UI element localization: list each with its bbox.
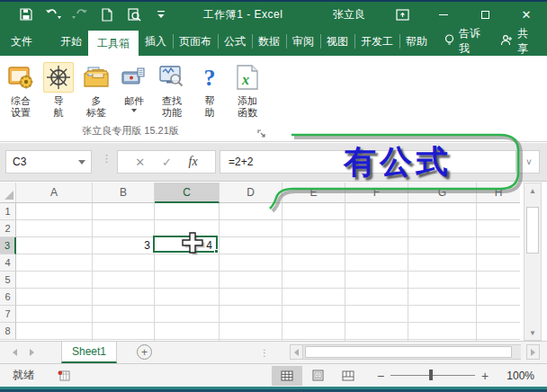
find-feature-button[interactable]: 查找 功能 (153, 60, 191, 120)
expand-formula-bar-icon[interactable]: ˅ (518, 150, 540, 174)
row-header-6[interactable]: 6 (0, 289, 16, 306)
normal-view-button[interactable] (272, 366, 302, 386)
scroll-up-icon[interactable]: ▲ (525, 183, 541, 198)
signed-in-user[interactable]: 张立良 (326, 7, 372, 22)
gridline (16, 203, 93, 341)
row-header-3[interactable]: 3 (0, 237, 16, 254)
settings-icon (5, 62, 36, 93)
tab-view[interactable]: 视图 (320, 27, 354, 56)
redo-icon[interactable] (68, 4, 92, 24)
sheet-tab-sheet1[interactable]: Sheet1 (61, 342, 117, 363)
dialog-launcher-icon[interactable] (257, 126, 266, 142)
fill-handle[interactable] (214, 249, 219, 254)
tab-formulas[interactable]: 公式 (218, 27, 252, 56)
new-document-icon[interactable] (95, 4, 119, 24)
column-header-f[interactable]: F (345, 183, 408, 203)
row-header-7[interactable]: 7 (0, 306, 16, 323)
page-layout-view-button[interactable] (302, 366, 333, 386)
folder-tabs-icon (81, 62, 112, 93)
row-header-1[interactable]: 1 (0, 203, 16, 220)
row-header-4[interactable]: 4 (0, 254, 16, 272)
horizontal-scroll-thumb[interactable] (305, 346, 512, 358)
dropdown-caret-icon (131, 109, 137, 112)
column-header-c[interactable]: C (155, 183, 220, 203)
zoom-slider-thumb[interactable] (429, 370, 433, 380)
formula-bar-row: C3 ⋮ ✕ ✓ fx =2+2 ˅ (0, 143, 547, 182)
share-button[interactable]: 共享 (493, 27, 542, 56)
help-button[interactable]: ? 帮 助 (191, 60, 229, 120)
cell-area[interactable] (16, 203, 520, 341)
column-header-h[interactable]: H (477, 183, 520, 203)
save-icon[interactable] (14, 4, 38, 24)
column-header-a[interactable]: A (16, 183, 93, 203)
name-box-value: C3 (13, 156, 26, 168)
tab-developer[interactable]: 开发工 (354, 27, 399, 56)
formula-buttons: ✕ ✓ fx (117, 150, 216, 174)
scroll-down-icon[interactable]: ▼ (525, 325, 541, 340)
zoom-slider-track[interactable] (390, 375, 475, 376)
scroll-right-icon[interactable] (526, 344, 540, 360)
name-box[interactable]: C3 (5, 150, 92, 174)
select-all-corner[interactable] (0, 183, 16, 203)
tab-home[interactable]: 开始 (54, 27, 88, 56)
lightbulb-icon (444, 34, 454, 49)
close-button[interactable]: ✕ (506, 2, 547, 27)
formula-input[interactable]: =2+2 (220, 150, 516, 174)
zoom-percentage[interactable]: 100% (495, 370, 534, 382)
sheet-nav (0, 342, 45, 363)
tell-me-box[interactable]: 告诉我 (437, 27, 493, 56)
multi-tabs-button[interactable]: 邮件 多 标签 (77, 60, 115, 120)
comprehensive-settings-button[interactable]: 综合 设置 (2, 60, 40, 120)
ribbon-display-options-icon[interactable] (381, 2, 423, 27)
tab-data[interactable]: 数据 (252, 27, 286, 56)
cell-b3[interactable]: 3 (93, 239, 150, 252)
column-header-b[interactable]: B (93, 183, 155, 203)
name-box-dropdown-icon[interactable] (78, 160, 85, 165)
zoom-out-button[interactable]: − (374, 369, 387, 383)
sheetbar-divider: ⋮ (260, 342, 269, 363)
tab-insert[interactable]: 插入 (139, 27, 173, 56)
macro-record-icon[interactable] (58, 370, 70, 381)
row-headers: 1 2 3 4 5 6 7 8 (0, 203, 16, 340)
add-function-button[interactable]: x 添加 函数 (229, 60, 266, 120)
title-bar: 工作簿1 - Excel 张立良 ✕ (0, 2, 547, 27)
horizontal-scrollbar[interactable] (290, 344, 540, 360)
tab-page-layout[interactable]: 页面布 (173, 27, 218, 56)
tab-help[interactable]: 帮助 (399, 27, 434, 56)
button-label: 综合 (11, 95, 31, 107)
view-shortcuts (272, 366, 363, 386)
gridline (155, 203, 220, 341)
column-header-d[interactable]: D (220, 183, 282, 203)
scroll-left-icon[interactable] (290, 344, 303, 360)
row-header-2[interactable]: 2 (0, 220, 16, 237)
confirm-entry-icon[interactable]: ✓ (162, 156, 172, 169)
gridline (220, 203, 282, 341)
maximize-button[interactable] (464, 2, 506, 27)
undo-icon[interactable] (41, 4, 65, 24)
tab-file[interactable]: 文件 (0, 27, 43, 56)
horizontal-scroll-track[interactable] (303, 344, 521, 360)
print-preview-icon[interactable] (122, 4, 146, 24)
row-header-5[interactable]: 5 (0, 272, 16, 289)
cancel-entry-icon[interactable]: ✕ (135, 156, 145, 169)
navigation-button[interactable]: 导 航 (40, 60, 77, 120)
vertical-scrollbar[interactable]: ▲ ▼ (524, 183, 542, 341)
customize-qat-icon[interactable] (149, 4, 173, 24)
column-header-e[interactable]: E (282, 183, 345, 203)
vertical-scroll-thumb[interactable] (526, 207, 539, 254)
tab-review[interactable]: 审阅 (286, 27, 320, 56)
desktop-edge-strip (0, 387, 547, 392)
new-sheet-button[interactable]: + (137, 344, 152, 360)
minimize-button[interactable] (423, 2, 464, 27)
column-header-g[interactable]: G (408, 183, 477, 203)
page-break-preview-button[interactable] (333, 366, 363, 386)
tab-toolbox[interactable]: 工具箱 (88, 31, 139, 56)
active-cell-selection[interactable] (153, 236, 218, 253)
zoom-in-button[interactable]: + (479, 369, 491, 383)
next-sheet-icon[interactable] (30, 349, 34, 356)
prev-sheet-icon[interactable] (13, 349, 17, 356)
insert-function-icon[interactable]: fx (189, 155, 198, 169)
row-header-8[interactable]: 8 (0, 323, 16, 340)
window-controls: ✕ (381, 2, 547, 27)
mail-button[interactable]: 邮件 (115, 60, 153, 114)
